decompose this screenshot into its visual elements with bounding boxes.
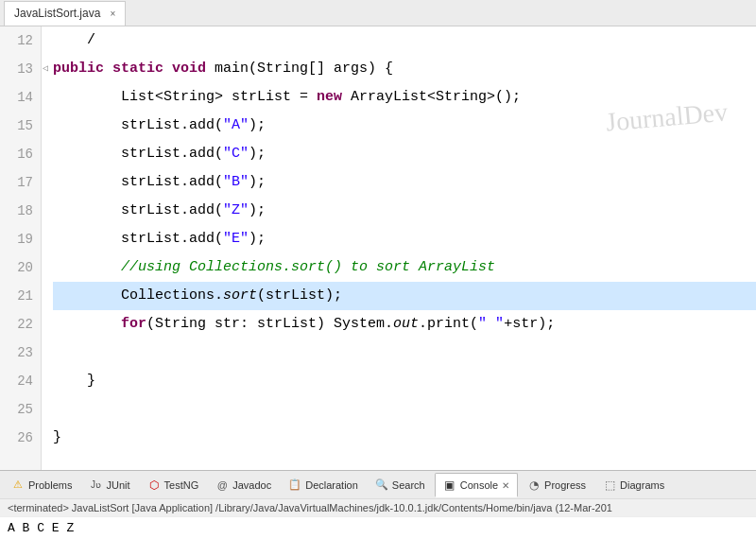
bottom-tab-problems[interactable]: Problems: [4, 473, 79, 497]
code-token: );: [249, 225, 266, 253]
tab-label: JavaListSort.java: [14, 7, 100, 20]
console-area: <terminated> JavaListSort [Java Applicat…: [0, 498, 756, 539]
code-line-17: strList.add("B");: [53, 168, 756, 197]
testng-icon: [147, 478, 161, 492]
code-token: );: [249, 140, 266, 168]
line-numbers: 121314151617181920212223242526: [0, 26, 42, 470]
code-token: out: [393, 310, 419, 339]
code-token: [163, 55, 172, 83]
line-number-26: 26: [8, 424, 33, 452]
code-token: sort: [223, 282, 257, 310]
bottom-tab-testng[interactable]: TestNG: [140, 473, 207, 497]
code-token: " ": [478, 310, 504, 339]
line-number-17: 17: [8, 168, 33, 197]
console-close-icon[interactable]: [502, 479, 509, 491]
line-number-16: 16: [8, 140, 33, 168]
bottom-tab-label-diagrams: Diagrams: [620, 479, 664, 491]
code-line-15: strList.add("A");: [53, 112, 756, 140]
code-token: (String str: strList) System.: [146, 310, 393, 339]
code-token: }: [53, 424, 61, 452]
bottom-tab-junit[interactable]: JUnit: [81, 473, 137, 497]
code-area: JournalDev 12131415161718192021222324252…: [0, 26, 756, 470]
junit-icon: [89, 478, 102, 492]
code-line-16: strList.add("C");: [53, 140, 756, 168]
bottom-tab-javadoc[interactable]: Javadoc: [208, 473, 279, 497]
code-token: strList.add(: [53, 197, 223, 225]
code-token: strList.add(: [53, 112, 223, 140]
code-token: "A": [223, 112, 249, 140]
code-token: static: [112, 55, 163, 83]
bottom-tab-label-console: Console: [460, 479, 498, 491]
diagrams-icon: [603, 478, 616, 492]
code-token: strList.add(: [53, 140, 223, 168]
bottom-tab-label-search: Search: [392, 479, 425, 491]
code-token: for: [53, 310, 146, 339]
file-tab[interactable]: JavaListSort.java ×: [4, 1, 126, 26]
code-token: new: [317, 83, 342, 112]
declaration-icon: [288, 478, 301, 492]
code-token: public: [53, 55, 104, 83]
search-icon: [375, 478, 388, 492]
code-line-25: [53, 395, 756, 424]
code-token: }: [53, 367, 95, 395]
line-number-24: 24: [8, 367, 33, 395]
line-number-14: 14: [8, 83, 33, 112]
code-token: "Z": [223, 197, 249, 225]
line-number-22: 22: [8, 310, 33, 339]
code-container: 121314151617181920212223242526 /public s…: [0, 26, 756, 470]
code-line-20: //using Collections.sort() to sort Array…: [53, 253, 756, 282]
code-lines: /public static void main(String[] args) …: [42, 26, 756, 470]
output-line: A B C E Z: [0, 516, 756, 539]
line-number-21: 21: [8, 282, 33, 310]
line-number-25: 25: [8, 395, 33, 424]
code-token: "E": [223, 225, 249, 253]
bottom-tab-diagrams[interactable]: Diagrams: [595, 473, 672, 497]
line-number-12: 12: [8, 26, 33, 55]
bottom-tab-bar: ProblemsJUnitTestNGJavadocDeclarationSea…: [0, 470, 756, 498]
code-token: );: [249, 112, 266, 140]
code-token: [104, 55, 112, 83]
code-line-22: for(String str: strList) System.out.prin…: [53, 310, 756, 339]
code-token: "B": [223, 168, 249, 197]
code-token: );: [249, 168, 266, 197]
code-token: );: [249, 197, 266, 225]
code-token: List<String> strList =: [53, 83, 317, 112]
code-line-12: /: [53, 26, 756, 55]
bottom-tab-label-testng: TestNG: [164, 479, 199, 491]
terminated-bar: <terminated> JavaListSort [Java Applicat…: [0, 498, 756, 516]
code-token: Collections.: [53, 282, 223, 310]
code-token: void: [172, 55, 206, 83]
code-token: (strList);: [257, 282, 342, 310]
bottom-tab-console[interactable]: Console: [435, 473, 518, 497]
line-number-20: 20: [8, 253, 33, 282]
bottom-tab-label-problems: Problems: [28, 479, 72, 491]
code-token: main(String[] args) {: [206, 55, 393, 83]
code-line-19: strList.add("E");: [53, 225, 756, 253]
code-line-26: }: [53, 424, 756, 452]
code-token: .print(: [419, 310, 478, 339]
code-token: strList.add(: [53, 225, 223, 253]
bottom-tab-label-junit: JUnit: [106, 479, 129, 491]
progress-icon: [527, 478, 541, 492]
bottom-tab-progress[interactable]: Progress: [520, 473, 593, 497]
code-token: "C": [223, 140, 249, 168]
bottom-tab-declaration[interactable]: Declaration: [281, 473, 366, 497]
code-token: +str);: [504, 310, 555, 339]
bottom-tab-label-progress: Progress: [544, 479, 586, 491]
tab-close-icon[interactable]: ×: [110, 9, 115, 19]
bottom-tab-label-javadoc: Javadoc: [232, 479, 271, 491]
line-number-15: 15: [8, 112, 33, 140]
code-line-14: List<String> strList = new ArrayList<Str…: [53, 83, 756, 112]
javadoc-icon: [215, 478, 229, 492]
bottom-tab-search[interactable]: Search: [368, 473, 433, 497]
line-number-19: 19: [8, 225, 33, 253]
code-token: strList.add(: [53, 168, 223, 197]
code-token: //using Collections.sort() to sort Array…: [53, 253, 495, 282]
code-line-18: strList.add("Z");: [53, 197, 756, 225]
line-number-18: 18: [8, 197, 33, 225]
line-number-23: 23: [8, 339, 33, 367]
problems-icon: [11, 478, 25, 492]
tab-bar: JavaListSort.java ×: [0, 0, 756, 26]
code-line-23: [53, 339, 756, 367]
console-icon: [443, 478, 456, 492]
